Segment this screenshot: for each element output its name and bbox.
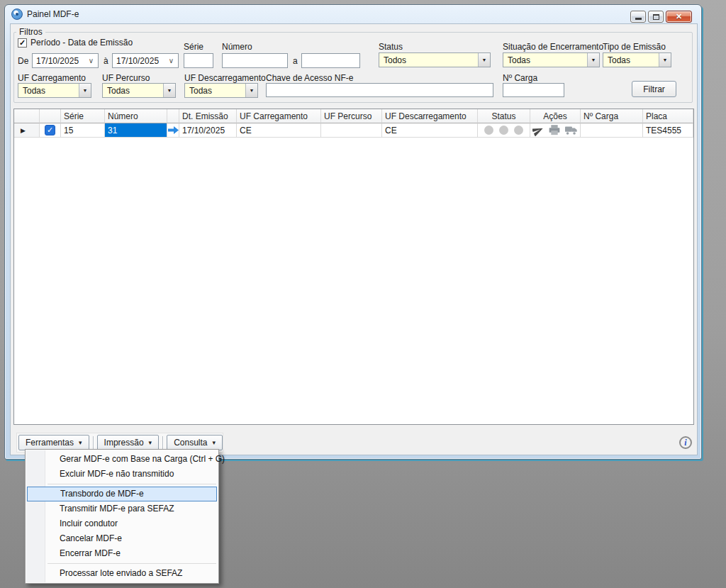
- open-row-button[interactable]: [167, 123, 179, 138]
- grid-header-row: Série Número Dt. Emissão UF Carregamento…: [14, 109, 693, 123]
- chevron-down-icon: ▾: [79, 439, 82, 446]
- minimize-icon: [635, 18, 642, 20]
- numero-from-input[interactable]: [222, 53, 288, 68]
- menu-item-transmitir-mdfe[interactable]: Transmitir MDF-e para SEFAZ: [26, 501, 218, 516]
- uf-percurso-value: Todas: [103, 84, 163, 97]
- cell-dt-emissao[interactable]: 17/10/2025: [179, 123, 237, 138]
- col-acoes[interactable]: Ações: [530, 109, 581, 123]
- col-status[interactable]: Status: [478, 109, 530, 123]
- row-checkbox[interactable]: ✓: [45, 125, 55, 135]
- menu-separator: [26, 561, 218, 566]
- info-icon: i: [684, 438, 686, 448]
- filters-group-label: Filtros: [16, 27, 45, 37]
- menu-item-transbordo-mdfe[interactable]: Transbordo de MDF-e: [27, 487, 217, 501]
- col-dt-emissao[interactable]: Dt. Emissão: [179, 109, 237, 123]
- uf-descarregamento-value: Todas: [185, 84, 245, 97]
- chevron-down-icon[interactable]: ∨: [89, 57, 98, 65]
- table-row[interactable]: ▶ ✓ 15 31 17/10/2025 CE CE: [14, 123, 693, 138]
- status-combo[interactable]: Todos ▼: [379, 52, 491, 67]
- serie-input[interactable]: [184, 53, 213, 68]
- chevron-down-icon: ▾: [149, 439, 152, 446]
- combo-arrow-icon[interactable]: ▼: [79, 84, 91, 97]
- col-uf-percurso[interactable]: UF Percurso: [321, 109, 382, 123]
- filtrar-button[interactable]: Filtrar: [632, 81, 676, 97]
- toolbar: Ferramentas ▾ Impressão ▾ Consulta ▾: [18, 435, 223, 450]
- current-row-marker: ▶: [14, 123, 40, 138]
- chave-acesso-input[interactable]: [266, 83, 493, 97]
- col-checkbox[interactable]: [40, 109, 61, 123]
- col-uf-descarregamento[interactable]: UF Descarregamento: [382, 109, 478, 123]
- chevron-down-icon[interactable]: ∨: [169, 57, 178, 65]
- tipo-emissao-label: Tipo de Emissão: [603, 42, 666, 52]
- window-title: Painel MDF-e: [27, 9, 79, 19]
- ferramentas-button[interactable]: Ferramentas ▾: [18, 435, 89, 450]
- numero-to-input[interactable]: [301, 53, 360, 68]
- date-from-picker[interactable]: 17/10/2025 ∨: [32, 53, 99, 68]
- date-from-value: 17/10/2025: [36, 56, 79, 66]
- toolbar-separator: [93, 436, 94, 450]
- status-value: Todos: [379, 53, 478, 67]
- numero-to-label: a: [293, 56, 298, 66]
- uf-carregamento-value: Todas: [18, 84, 79, 97]
- desktop: Painel MDF-e ✕ Filtros ✓ Período - Data …: [0, 0, 726, 588]
- print-icon[interactable]: [549, 125, 560, 135]
- cell-numero-selected[interactable]: 31: [105, 123, 167, 138]
- mdfe-grid: Série Número Dt. Emissão UF Carregamento…: [13, 109, 694, 425]
- cell-uf-carregamento[interactable]: CE: [237, 123, 321, 138]
- col-row-header[interactable]: [14, 109, 40, 123]
- app-window: Painel MDF-e ✕ Filtros ✓ Período - Data …: [4, 4, 702, 460]
- num-carga-input[interactable]: [503, 83, 564, 97]
- situacao-label: Situação de Encerramento: [503, 42, 603, 52]
- uf-carregamento-combo[interactable]: Todas ▼: [18, 83, 91, 98]
- status-dot-icon: [499, 126, 508, 135]
- tipo-emissao-value: Todas: [603, 53, 659, 67]
- menu-item-encerrar-mdfe[interactable]: Encerrar MDF-e: [26, 546, 218, 561]
- info-button[interactable]: i: [679, 436, 692, 449]
- col-uf-carregamento[interactable]: UF Carregamento: [237, 109, 321, 123]
- impressao-button[interactable]: Impressão ▾: [97, 435, 160, 450]
- send-icon[interactable]: [532, 125, 544, 136]
- uf-percurso-combo[interactable]: Todas ▼: [102, 83, 176, 98]
- date-to-picker[interactable]: 17/10/2025 ∨: [112, 53, 179, 68]
- date-from-label: De: [18, 56, 28, 66]
- col-numero[interactable]: Número: [105, 109, 167, 123]
- uf-descarregamento-combo[interactable]: Todas ▼: [184, 83, 258, 98]
- period-checkbox[interactable]: ✓: [18, 38, 27, 48]
- num-carga-label: Nº Carga: [503, 73, 537, 83]
- chave-acesso-label: Chave de Acesso NF-e: [266, 73, 353, 83]
- toolbar-separator: [162, 436, 163, 450]
- date-to-value: 17/10/2025: [116, 56, 159, 66]
- menu-item-cancelar-mdfe[interactable]: Cancelar MDF-e: [26, 531, 218, 546]
- cell-placa[interactable]: TES4555: [643, 123, 693, 138]
- maximize-button[interactable]: [648, 11, 664, 23]
- col-placa[interactable]: Placa: [643, 109, 693, 123]
- combo-arrow-icon[interactable]: ▼: [163, 84, 175, 97]
- cell-serie[interactable]: 15: [61, 123, 105, 138]
- numero-label: Número: [222, 42, 252, 52]
- combo-arrow-icon[interactable]: ▼: [659, 53, 671, 67]
- maximize-icon: [653, 14, 659, 20]
- serie-label: Série: [184, 42, 203, 52]
- cell-uf-percurso[interactable]: [321, 123, 382, 138]
- titlebar[interactable]: Painel MDF-e ✕: [5, 5, 701, 23]
- cell-num-carga[interactable]: [581, 123, 643, 138]
- col-num-carga[interactable]: Nº Carga: [581, 109, 643, 123]
- period-label: Período - Data de Emissão: [30, 38, 133, 48]
- col-open[interactable]: [167, 109, 179, 123]
- menu-item-processar-lote[interactable]: Processar lote enviado a SEFAZ: [26, 566, 218, 581]
- minimize-button[interactable]: [630, 11, 646, 23]
- menu-item-excluir-mdfe[interactable]: Excluir MDF-e não transmitido: [26, 467, 218, 482]
- combo-arrow-icon[interactable]: ▼: [478, 53, 490, 67]
- combo-arrow-icon[interactable]: ▼: [587, 53, 599, 67]
- combo-arrow-icon[interactable]: ▼: [245, 84, 257, 97]
- truck-icon[interactable]: [565, 126, 578, 135]
- situacao-combo[interactable]: Todas ▼: [503, 52, 600, 67]
- chevron-down-icon: ▾: [213, 439, 216, 446]
- tipo-emissao-combo[interactable]: Todas ▼: [603, 52, 671, 67]
- col-serie[interactable]: Série: [61, 109, 105, 123]
- close-button[interactable]: ✕: [666, 11, 692, 23]
- menu-item-gerar-mdfe[interactable]: Gerar MDF-e com Base na Carga (Ctrl + G): [26, 452, 218, 467]
- cell-uf-descarregamento[interactable]: CE: [382, 123, 478, 138]
- consulta-button[interactable]: Consulta ▾: [167, 435, 223, 450]
- menu-item-incluir-condutor[interactable]: Incluir condutor: [26, 516, 218, 531]
